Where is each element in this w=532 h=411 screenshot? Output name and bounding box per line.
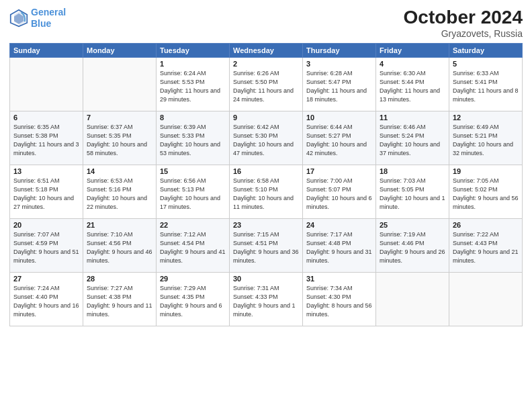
calendar-cell xyxy=(376,273,449,326)
calendar-cell: 28Sunrise: 7:27 AM Sunset: 4:38 PM Dayli… xyxy=(83,273,157,326)
calendar-cell: 9Sunrise: 6:42 AM Sunset: 5:30 PM Daylig… xyxy=(230,111,303,165)
calendar-cell: 8Sunrise: 6:39 AM Sunset: 5:33 PM Daylig… xyxy=(157,111,230,165)
calendar-body: 1Sunrise: 6:24 AM Sunset: 5:53 PM Daylig… xyxy=(10,58,523,326)
weekday-header-thursday: Thursday xyxy=(303,44,376,58)
day-info: Sunrise: 6:53 AM Sunset: 5:16 PM Dayligh… xyxy=(87,177,152,212)
day-number: 26 xyxy=(453,221,519,229)
day-number: 30 xyxy=(233,275,299,283)
day-info: Sunrise: 6:46 AM Sunset: 5:24 PM Dayligh… xyxy=(380,123,445,158)
day-info: Sunrise: 6:49 AM Sunset: 5:21 PM Dayligh… xyxy=(453,123,519,158)
calendar-cell: 11Sunrise: 6:46 AM Sunset: 5:24 PM Dayli… xyxy=(376,111,449,165)
calendar-cell: 17Sunrise: 7:00 AM Sunset: 5:07 PM Dayli… xyxy=(303,165,376,219)
calendar-cell: 31Sunrise: 7:34 AM Sunset: 4:30 PM Dayli… xyxy=(303,273,376,326)
title-block: October 2024 Gryazovets, Russia xyxy=(404,7,523,39)
calendar-cell xyxy=(83,58,157,111)
day-info: Sunrise: 7:05 AM Sunset: 5:02 PM Dayligh… xyxy=(453,177,519,212)
day-number: 20 xyxy=(13,221,79,229)
weekday-header-sunday: Sunday xyxy=(10,44,83,58)
day-number: 11 xyxy=(380,113,445,122)
calendar-cell: 30Sunrise: 7:31 AM Sunset: 4:33 PM Dayli… xyxy=(230,273,303,326)
day-number: 14 xyxy=(87,167,152,175)
day-info: Sunrise: 7:27 AM Sunset: 4:38 PM Dayligh… xyxy=(87,284,152,319)
logo-text: General Blue xyxy=(31,7,66,30)
calendar-cell: 14Sunrise: 6:53 AM Sunset: 5:16 PM Dayli… xyxy=(83,165,157,219)
day-number: 23 xyxy=(233,221,299,229)
calendar-cell: 29Sunrise: 7:29 AM Sunset: 4:35 PM Dayli… xyxy=(157,273,230,326)
calendar-cell: 5Sunrise: 6:33 AM Sunset: 5:41 PM Daylig… xyxy=(449,58,523,111)
calendar-cell: 24Sunrise: 7:17 AM Sunset: 4:48 PM Dayli… xyxy=(303,219,376,273)
calendar-cell: 23Sunrise: 7:15 AM Sunset: 4:51 PM Dayli… xyxy=(230,219,303,273)
day-number: 19 xyxy=(453,167,519,175)
day-info: Sunrise: 7:24 AM Sunset: 4:40 PM Dayligh… xyxy=(13,284,79,319)
calendar-cell: 1Sunrise: 6:24 AM Sunset: 5:53 PM Daylig… xyxy=(157,58,230,111)
day-info: Sunrise: 6:26 AM Sunset: 5:50 PM Dayligh… xyxy=(233,69,299,104)
day-info: Sunrise: 6:51 AM Sunset: 5:18 PM Dayligh… xyxy=(13,177,79,212)
calendar-cell: 27Sunrise: 7:24 AM Sunset: 4:40 PM Dayli… xyxy=(10,273,83,326)
calendar-cell xyxy=(10,58,83,111)
weekday-header-wednesday: Wednesday xyxy=(230,44,303,58)
day-info: Sunrise: 7:15 AM Sunset: 4:51 PM Dayligh… xyxy=(233,230,299,265)
day-info: Sunrise: 6:24 AM Sunset: 5:53 PM Dayligh… xyxy=(160,69,226,104)
logo-general: General xyxy=(31,7,66,17)
calendar-cell: 12Sunrise: 6:49 AM Sunset: 5:21 PM Dayli… xyxy=(449,111,523,165)
calendar-cell: 18Sunrise: 7:03 AM Sunset: 5:05 PM Dayli… xyxy=(376,165,449,219)
day-info: Sunrise: 7:31 AM Sunset: 4:33 PM Dayligh… xyxy=(233,284,299,319)
weekday-header-tuesday: Tuesday xyxy=(157,44,230,58)
calendar-cell: 6Sunrise: 6:35 AM Sunset: 5:38 PM Daylig… xyxy=(10,111,83,165)
day-number: 22 xyxy=(160,221,226,229)
day-info: Sunrise: 6:33 AM Sunset: 5:41 PM Dayligh… xyxy=(453,69,519,104)
day-info: Sunrise: 7:00 AM Sunset: 5:07 PM Dayligh… xyxy=(306,177,372,212)
calendar-week-3: 13Sunrise: 6:51 AM Sunset: 5:18 PM Dayli… xyxy=(10,165,523,219)
day-number: 1 xyxy=(160,60,226,68)
day-info: Sunrise: 7:19 AM Sunset: 4:46 PM Dayligh… xyxy=(380,230,445,265)
weekday-header-monday: Monday xyxy=(83,44,157,58)
day-number: 4 xyxy=(380,60,445,68)
calendar-cell: 20Sunrise: 7:07 AM Sunset: 4:59 PM Dayli… xyxy=(10,219,83,273)
day-info: Sunrise: 7:03 AM Sunset: 5:05 PM Dayligh… xyxy=(380,177,445,212)
calendar-cell: 22Sunrise: 7:12 AM Sunset: 4:54 PM Dayli… xyxy=(157,219,230,273)
month-title: October 2024 xyxy=(404,7,523,28)
day-info: Sunrise: 6:39 AM Sunset: 5:33 PM Dayligh… xyxy=(160,123,226,158)
day-info: Sunrise: 6:56 AM Sunset: 5:13 PM Dayligh… xyxy=(160,177,226,212)
day-info: Sunrise: 7:29 AM Sunset: 4:35 PM Dayligh… xyxy=(160,284,226,319)
day-info: Sunrise: 6:58 AM Sunset: 5:10 PM Dayligh… xyxy=(233,177,299,212)
page: General Blue October 2024 Gryazovets, Ru… xyxy=(0,0,532,411)
calendar-cell: 10Sunrise: 6:44 AM Sunset: 5:27 PM Dayli… xyxy=(303,111,376,165)
calendar-cell: 2Sunrise: 6:26 AM Sunset: 5:50 PM Daylig… xyxy=(230,58,303,111)
calendar-cell: 13Sunrise: 6:51 AM Sunset: 5:18 PM Dayli… xyxy=(10,165,83,219)
logo: General Blue xyxy=(9,7,66,30)
day-number: 2 xyxy=(233,60,299,68)
day-number: 5 xyxy=(453,60,519,68)
calendar-cell xyxy=(449,273,523,326)
day-number: 25 xyxy=(380,221,445,229)
day-number: 17 xyxy=(306,167,372,175)
day-number: 13 xyxy=(13,167,79,175)
day-number: 15 xyxy=(160,167,226,175)
logo-icon xyxy=(9,9,28,28)
calendar-cell: 25Sunrise: 7:19 AM Sunset: 4:46 PM Dayli… xyxy=(376,219,449,273)
day-info: Sunrise: 6:28 AM Sunset: 5:47 PM Dayligh… xyxy=(306,69,372,104)
calendar-cell: 15Sunrise: 6:56 AM Sunset: 5:13 PM Dayli… xyxy=(157,165,230,219)
calendar-week-2: 6Sunrise: 6:35 AM Sunset: 5:38 PM Daylig… xyxy=(10,111,523,165)
day-info: Sunrise: 6:30 AM Sunset: 5:44 PM Dayligh… xyxy=(380,69,445,104)
day-number: 21 xyxy=(87,221,152,229)
day-number: 16 xyxy=(233,167,299,175)
calendar-cell: 19Sunrise: 7:05 AM Sunset: 5:02 PM Dayli… xyxy=(449,165,523,219)
calendar-cell: 4Sunrise: 6:30 AM Sunset: 5:44 PM Daylig… xyxy=(376,58,449,111)
weekday-header-friday: Friday xyxy=(376,44,449,58)
calendar-cell: 3Sunrise: 6:28 AM Sunset: 5:47 PM Daylig… xyxy=(303,58,376,111)
day-info: Sunrise: 7:12 AM Sunset: 4:54 PM Dayligh… xyxy=(160,230,226,265)
logo-blue: Blue xyxy=(31,18,51,29)
day-number: 6 xyxy=(13,113,79,122)
day-number: 3 xyxy=(306,60,372,68)
day-number: 27 xyxy=(13,275,79,283)
day-info: Sunrise: 6:35 AM Sunset: 5:38 PM Dayligh… xyxy=(13,123,79,158)
day-info: Sunrise: 7:22 AM Sunset: 4:43 PM Dayligh… xyxy=(453,230,519,265)
day-info: Sunrise: 7:10 AM Sunset: 4:56 PM Dayligh… xyxy=(87,230,152,265)
day-info: Sunrise: 7:34 AM Sunset: 4:30 PM Dayligh… xyxy=(306,284,372,319)
day-number: 7 xyxy=(87,113,152,122)
day-info: Sunrise: 6:42 AM Sunset: 5:30 PM Dayligh… xyxy=(233,123,299,158)
calendar-table: SundayMondayTuesdayWednesdayThursdayFrid… xyxy=(9,43,523,326)
calendar-cell: 21Sunrise: 7:10 AM Sunset: 4:56 PM Dayli… xyxy=(83,219,157,273)
day-info: Sunrise: 6:44 AM Sunset: 5:27 PM Dayligh… xyxy=(306,123,372,158)
